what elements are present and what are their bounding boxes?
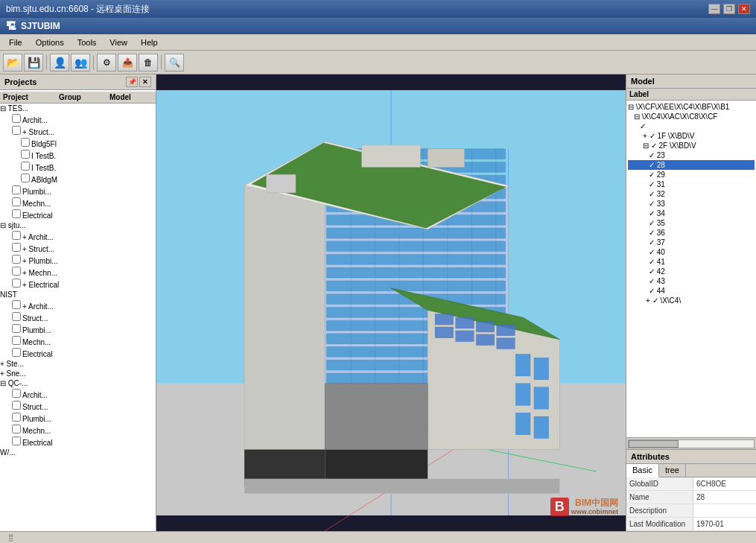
projects-tree[interactable]: Project Group Model ⊟ TES...Archit...+ S…: [0, 90, 156, 531]
project-tree-row[interactable]: I TestB.: [0, 149, 156, 161]
project-tree-row[interactable]: + Ste...: [0, 359, 156, 369]
toolbar-trash-button[interactable]: 🗑: [139, 54, 158, 72]
model-tree-item[interactable]: ✓ 32: [628, 189, 755, 199]
toolbar-search-button[interactable]: 🔍: [165, 54, 184, 72]
tab-basic[interactable]: Basic: [626, 464, 659, 477]
project-checkbox[interactable]: [12, 279, 21, 288]
project-checkbox[interactable]: [21, 138, 30, 147]
toolbar-open-button[interactable]: 📂: [3, 54, 22, 72]
project-tree-row[interactable]: Mechn...: [0, 335, 156, 347]
restore-button[interactable]: ❐: [723, 4, 735, 14]
project-tree-row[interactable]: + Plumbi...: [0, 254, 156, 266]
model-tree-item[interactable]: ✓ 36: [628, 228, 755, 238]
model-tree-item[interactable]: ⊟ \X\CF\X\EE\X\C4\X\BF\X\B1: [628, 102, 755, 112]
project-checkbox[interactable]: [12, 401, 21, 410]
project-checkbox[interactable]: [21, 150, 30, 159]
project-tree-row[interactable]: W/...: [0, 448, 156, 457]
project-checkbox[interactable]: [12, 336, 21, 345]
project-tree-row[interactable]: Struct...: [0, 400, 156, 412]
project-checkbox[interactable]: [12, 197, 21, 206]
viewport[interactable]: B BIM中国网 www.cnbimnet: [156, 74, 626, 531]
project-tree-row[interactable]: Electrical: [0, 436, 156, 448]
menu-options[interactable]: Options: [30, 36, 70, 48]
model-tree-item[interactable]: ✓ 37: [628, 238, 755, 247]
project-tree-row[interactable]: + Struct...: [0, 242, 156, 254]
project-checkbox[interactable]: [21, 162, 30, 171]
project-tree-row[interactable]: + Mechn...: [0, 266, 156, 278]
project-tree-row[interactable]: + Sne...: [0, 369, 156, 378]
project-checkbox[interactable]: [12, 324, 21, 333]
model-tree-item[interactable]: ⊟ \X\C4\X\AC\X\C8\X\CF: [628, 112, 755, 121]
model-tree-item[interactable]: ✓ 31: [628, 180, 755, 189]
toolbar-save-button[interactable]: 💾: [24, 54, 43, 72]
project-tree-row[interactable]: Mechn...: [0, 197, 156, 209]
model-tree-item[interactable]: ✓ 42: [628, 267, 755, 276]
menu-view[interactable]: View: [104, 36, 133, 48]
project-checkbox[interactable]: [12, 126, 21, 135]
model-tree-item[interactable]: ✓ 35: [628, 218, 755, 228]
project-checkbox[interactable]: [12, 209, 21, 218]
project-checkbox[interactable]: [12, 255, 21, 264]
project-checkbox[interactable]: [21, 174, 30, 182]
project-checkbox[interactable]: [12, 300, 21, 309]
project-tree-row[interactable]: ABldgM: [0, 173, 156, 185]
model-tree-item[interactable]: ✓ 28: [628, 160, 755, 170]
project-checkbox[interactable]: [12, 114, 21, 123]
project-tree-row[interactable]: Archit...: [0, 388, 156, 400]
model-tree-item[interactable]: ✓ 34: [628, 209, 755, 218]
model-scrollbar-track[interactable]: [628, 439, 755, 448]
project-checkbox[interactable]: [12, 243, 21, 252]
model-tree-item[interactable]: ⊟ ✓ 2F \X\BD\V: [628, 141, 755, 150]
model-tree-item[interactable]: ✓ 43: [628, 276, 755, 286]
menu-file[interactable]: File: [3, 36, 28, 48]
project-checkbox[interactable]: [12, 389, 21, 398]
model-tree-item[interactable]: ✓ 33: [628, 199, 755, 209]
project-checkbox[interactable]: [12, 185, 21, 194]
project-checkbox[interactable]: [12, 312, 21, 321]
tab-tree[interactable]: tree: [659, 464, 686, 477]
model-tree-item[interactable]: ✓ 44: [628, 286, 755, 296]
project-tree-row[interactable]: Plumbi...: [0, 323, 156, 335]
model-tree-item[interactable]: ✓ 23: [628, 150, 755, 160]
model-tree-item[interactable]: ✓ 40: [628, 247, 755, 257]
project-tree-row[interactable]: Archit...: [0, 113, 156, 125]
project-tree-row[interactable]: ⊟ sjtu...: [0, 220, 156, 230]
project-tree-row[interactable]: ⊟ TES...: [0, 104, 156, 114]
close-button[interactable]: ✕: [738, 4, 750, 14]
toolbar-export-button[interactable]: 📤: [118, 54, 137, 72]
model-tree-item[interactable]: + ✓ \X\C4\: [628, 296, 755, 305]
minimize-button[interactable]: —: [708, 4, 720, 14]
project-tree-row[interactable]: Plumbi...: [0, 412, 156, 424]
project-tree-row[interactable]: Electrical: [0, 347, 156, 359]
project-tree-row[interactable]: + Archit...: [0, 230, 156, 242]
toolbar-person1-button[interactable]: 👤: [50, 54, 69, 72]
project-checkbox[interactable]: [12, 348, 21, 357]
project-tree-row[interactable]: + Archit...: [0, 299, 156, 311]
project-tree-row[interactable]: ⊟ QC-...: [0, 378, 156, 388]
project-tree-row[interactable]: + Electrical: [0, 278, 156, 290]
project-checkbox[interactable]: [12, 231, 21, 240]
projects-pin-icon[interactable]: 📌: [126, 77, 138, 87]
toolbar-person2-button[interactable]: 👥: [71, 54, 90, 72]
model-tree[interactable]: ⊟ \X\CF\X\EE\X\C4\X\BF\X\B1⊟ \X\C4\X\AC\…: [626, 101, 756, 437]
project-checkbox[interactable]: [12, 267, 21, 276]
project-tree-row[interactable]: Electrical: [0, 209, 156, 220]
project-tree-row[interactable]: Bldg5Fl: [0, 137, 156, 149]
model-tree-item[interactable]: + ✓ 1F \X\BD\V: [628, 131, 755, 141]
project-checkbox[interactable]: [12, 425, 21, 434]
status-grip[interactable]: ⣿: [3, 533, 18, 542]
project-tree-row[interactable]: Struct...: [0, 311, 156, 323]
model-tree-item[interactable]: ✓ 29: [628, 170, 755, 180]
model-scrollbar[interactable]: [626, 437, 756, 449]
project-tree-row[interactable]: Plumbi...: [0, 185, 156, 197]
project-tree-row[interactable]: NIST: [0, 290, 156, 299]
project-tree-row[interactable]: I TestB.: [0, 161, 156, 173]
project-checkbox[interactable]: [12, 413, 21, 422]
project-checkbox[interactable]: [12, 436, 21, 445]
project-tree-row[interactable]: Mechn...: [0, 424, 156, 436]
project-tree-row[interactable]: + Struct...: [0, 125, 156, 137]
model-tree-item[interactable]: ✓ 41: [628, 257, 755, 267]
projects-close-icon[interactable]: ✕: [139, 77, 151, 87]
model-tree-item[interactable]: ✓: [628, 121, 755, 131]
toolbar-settings-button[interactable]: ⚙: [97, 54, 116, 72]
